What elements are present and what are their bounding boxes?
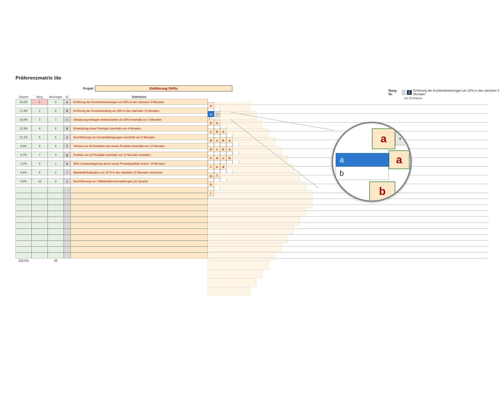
matrix-cell[interactable]: f (214, 172, 220, 178)
matrix-cell[interactable]: c (208, 128, 214, 134)
matrix-cell[interactable]: a (226, 137, 233, 143)
stepper-down-icon[interactable]: ▼ (402, 92, 405, 95)
criteria-row: 15,6%37cVerkürzung Anfragen-Antwortzeite… (16, 117, 488, 122)
matrix-cell[interactable]: a (214, 120, 220, 126)
cell-nennungen: 8 (48, 108, 64, 113)
criteria-row: 17,8%28bErhöhung der Kundenbindung um 10… (16, 108, 488, 114)
matrix-cell[interactable]: e (208, 155, 214, 161)
criteria-row: 2,2%91h30% Umsatzsteigerung durch neues … (16, 161, 488, 166)
magnifier-circle: a ▼ a a b b (332, 122, 412, 202)
matrix-cell[interactable]: a (208, 102, 214, 108)
cell-nennungen: 1 (48, 161, 64, 166)
matrix-cell[interactable]: a (208, 111, 214, 117)
cell-gewicht: 8,9% (16, 143, 32, 149)
cell-nennungen: 3 (48, 152, 64, 157)
cell-nennungen: 2 (48, 169, 64, 175)
criteria-row-empty (16, 217, 488, 223)
cell-zieltext[interactable]: Erhöhung der Kundenbewertungen um 20% in… (70, 99, 208, 105)
criteria-row-empty (16, 223, 488, 229)
matrix-cell[interactable]: a (220, 128, 226, 134)
cell-zieltext[interactable]: Durchführung von 3 Mitarbeiterveranstalt… (70, 178, 208, 184)
cell-gewicht: 15,6% (16, 117, 32, 122)
mag-dropdown-selected[interactable]: a (336, 153, 389, 166)
hdr-rang: Rang (32, 95, 48, 99)
cell-gewicht: 2,2% (16, 161, 32, 166)
cell-id: b (64, 108, 70, 113)
cell-rang: 1 (32, 99, 48, 105)
matrix-cell[interactable]: b (226, 155, 233, 161)
cell-zieltext[interactable]: 30% Umsatzsteigerung durch neues Produkt… (70, 161, 208, 166)
project-value-cell[interactable]: Einführung OKRs (95, 85, 232, 91)
matrix-cell[interactable]: f (208, 164, 214, 170)
cell-gewicht: 11,1% (16, 134, 32, 140)
matrix-cell[interactable]: c (214, 137, 220, 143)
cell-zieltext[interactable]: Durchführung von Kundenbefragungen inner… (70, 134, 208, 140)
criteria-row-empty (16, 193, 488, 199)
matrix-cell[interactable]: b (208, 120, 214, 126)
project-label: Projekt (83, 87, 95, 90)
cell-zieltext[interactable]: Entwicklung eines Prototyps innerhalb vo… (70, 125, 208, 131)
cell-rang: 6 (32, 143, 48, 149)
cell-id: a (64, 99, 70, 105)
cell-rang: 10 (32, 178, 48, 184)
cell-zieltext[interactable]: Verkauf von 50 Einheiten des neuen Produ… (70, 143, 208, 149)
cell-gewicht: 6,7% (16, 152, 32, 157)
criteria-row: 11,1%55eDurchführung von Kundenbefragung… (16, 134, 488, 140)
matrix-cell[interactable]: e (214, 164, 220, 170)
matrix-dropdown-hint: d (209, 117, 239, 120)
matrix-cell[interactable]: d (214, 155, 220, 161)
matrix-cell[interactable]: c (220, 155, 226, 161)
page-title: Präferenzmatrix lite (16, 75, 488, 81)
cell-zieltext[interactable]: Verkürzung Anfragen-Antwortzeiten um 50%… (70, 117, 208, 122)
matrix-cell[interactable]: b (220, 146, 226, 152)
rang-description: Erhöhung der Kundenbewertungen um 20% in… (413, 89, 504, 96)
rang-stepper[interactable]: ▲ ▼ (402, 90, 405, 95)
total-nennungen: 45 (48, 259, 64, 263)
matrix-cell[interactable]: a (226, 146, 233, 152)
cell-id: g (64, 152, 70, 157)
criteria-row-empty (16, 252, 488, 258)
criteria-row: 13,3%46dEntwicklung eines Prototyps inne… (16, 125, 488, 131)
matrix-cell[interactable]: h (208, 181, 214, 187)
total-gewicht: 100,0% (16, 259, 32, 263)
matrix-cell[interactable]: g (208, 172, 214, 178)
cell-zieltext[interactable]: Portfolio um 10 Produkte innerhalb von 1… (70, 152, 208, 157)
hdr-id: ID (64, 95, 70, 99)
stepper-up-icon[interactable]: ▲ (402, 90, 405, 92)
rang-subtitle: von 10 Kriterien (404, 97, 504, 100)
hdr-ziel: Zielkriterien (70, 95, 208, 99)
cell-gewicht: 0,0% (16, 178, 32, 184)
matrix-cell[interactable]: d (208, 137, 214, 143)
criteria-row: 8,9%64fVerkauf von 50 Einheiten des neue… (16, 143, 488, 149)
matrix-cell[interactable]: c (214, 146, 220, 152)
criteria-row-empty (16, 205, 488, 211)
cell-zieltext[interactable]: Mitarbeiterfluktuation um 10 % in den nä… (70, 169, 208, 175)
criteria-row-empty (16, 199, 488, 205)
matrix-cell[interactable]: i (208, 190, 214, 196)
matrix-cell[interactable]: d (220, 164, 226, 170)
criteria-row: 0,0%100jDurchführung von 3 Mitarbeiterve… (16, 178, 488, 184)
cell-id: f (64, 143, 70, 149)
cell-gewicht: 17,8% (16, 108, 32, 113)
cell-id: i (64, 169, 70, 175)
cell-rang: 9 (32, 161, 48, 166)
cell-id: h (64, 161, 70, 166)
matrix-cell[interactable]: b (220, 137, 226, 143)
matrix-cell[interactable]: d (208, 146, 214, 152)
cell-nennungen: 0 (48, 178, 64, 184)
cell-gewicht: 20,0% (16, 99, 32, 105)
matrix-dropdown-arrow[interactable]: ▾ (214, 111, 220, 117)
cell-id: d (64, 125, 70, 131)
preference-matrix: aa▾dbacbadcbadcbaedcbfedgfhi (208, 102, 239, 196)
matrix-cell[interactable]: b (214, 128, 220, 134)
cell-zieltext[interactable]: Erhöhung der Kundenbindung um 10% in den… (70, 108, 208, 113)
cell-id: e (64, 134, 70, 140)
criteria-row: 4,4%82iMitarbeiterfluktuation um 10 % in… (16, 169, 488, 175)
cell-nennungen: 7 (48, 117, 64, 122)
criteria-row-empty (16, 229, 488, 235)
mag-dropdown-option-b[interactable]: b (336, 166, 389, 180)
criteria-row-empty (16, 235, 488, 241)
cell-rang: 2 (32, 108, 48, 113)
cell-gewicht: 13,3% (16, 125, 32, 131)
cell-nennungen: 5 (48, 134, 64, 140)
